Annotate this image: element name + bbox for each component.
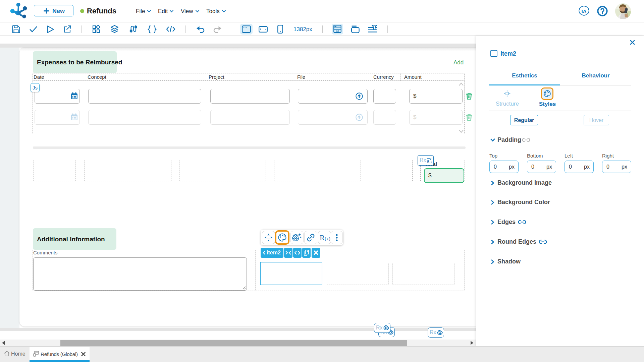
svg-text:x: x (430, 157, 432, 161)
svg-text:IA: IA (582, 8, 587, 14)
svg-text:a: a (427, 159, 429, 163)
